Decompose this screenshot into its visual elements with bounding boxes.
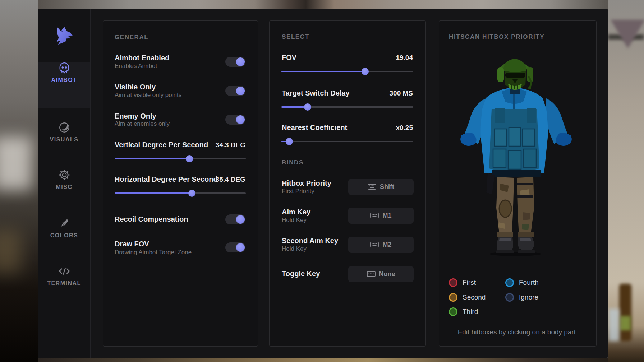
toggle-visible-only[interactable] (225, 86, 245, 96)
setting-value: 34.3 DEG (216, 141, 245, 149)
legend-item-fourth: Fourth (505, 278, 539, 287)
bind-label: Aim Key (282, 208, 310, 216)
legend-item-second: Second (449, 293, 486, 302)
background-right (608, 0, 644, 362)
slider-knob[interactable] (304, 103, 311, 111)
toggle-knob (236, 215, 245, 224)
eyedropper-icon (58, 217, 70, 229)
legend-label: Fourth (519, 279, 539, 287)
setting-value: x0.25 (396, 124, 413, 132)
slider-horizontal-dps[interactable] (115, 190, 246, 197)
select-panel: SELECT FOV 19.04 Target Switch Delay 300… (269, 20, 426, 347)
sidebar-item-aimbot[interactable]: AIMBOT (38, 62, 90, 108)
setting-label: Target Switch Delay (282, 89, 350, 97)
priority-dot-ignore (505, 293, 514, 302)
bind-button-toggle-key[interactable]: None (348, 266, 414, 282)
setting-label: Horizontal Degree Per Second (115, 175, 218, 184)
toggle-knob (236, 115, 245, 124)
slider-fill (281, 106, 308, 108)
hitbox-panel: HITSCAN HITBOX PRIORITY (439, 20, 597, 347)
slider-fill (115, 192, 192, 194)
sidebar-item-label: VISUALS (38, 136, 90, 143)
panel-title: HITSCAN HITBOX PRIORITY (449, 33, 544, 41)
setting-label: Recoil Compensation (115, 215, 188, 223)
visuals-icon (58, 121, 70, 134)
bind-label: Hitbox Priority (282, 179, 331, 187)
toggle-aimbot-enabled[interactable] (225, 57, 245, 67)
setting-label: FOV (282, 54, 296, 62)
setting-label: Enemy Only (115, 112, 156, 120)
sidebar: AIMBOT VISUALS (38, 9, 91, 358)
priority-dot-second (449, 293, 457, 302)
setting-label: Nearest Coefficient (282, 124, 347, 132)
model-torso[interactable] (481, 87, 548, 177)
wolf-logo-icon (53, 25, 75, 46)
setting-value: 19.04 (396, 54, 413, 62)
slider-knob[interactable] (186, 155, 193, 162)
bind-button-aim-key[interactable]: M1 (348, 208, 414, 224)
bind-desc: Hold Key (282, 245, 307, 252)
binds-title: BINDS (282, 159, 304, 166)
slider-knob[interactable] (188, 190, 196, 197)
toggle-draw-fov[interactable] (225, 242, 245, 252)
priority-dot-first (449, 278, 457, 287)
sidebar-item-visuals[interactable]: VISUALS (38, 121, 90, 143)
sidebar-item-label: TERMINAL (38, 280, 90, 287)
setting-desc: Enables Aimbot (115, 62, 157, 70)
slider-fill (281, 71, 365, 72)
setting-label: Visible Only (115, 83, 156, 91)
keyboard-icon (370, 212, 379, 219)
toggle-enemy-only[interactable] (225, 115, 245, 125)
sidebar-item-label: COLORS (38, 232, 90, 239)
slider-knob[interactable] (362, 68, 369, 75)
app-logo (38, 9, 90, 62)
bind-desc: First Priority (282, 188, 314, 195)
menu-overlay: AIMBOT VISUALS (38, 9, 608, 358)
sidebar-item-misc[interactable]: MISC (38, 169, 90, 190)
code-icon (58, 265, 70, 277)
slider-vertical-dps[interactable] (115, 155, 246, 162)
slider-nearest-coefficient[interactable] (281, 138, 413, 145)
model-head[interactable] (497, 59, 533, 94)
sidebar-item-label: AIMBOT (38, 77, 90, 83)
legend-item-ignore: Ignore (505, 293, 538, 302)
gear-icon (58, 169, 70, 181)
keyboard-icon (370, 241, 379, 248)
toggle-knob (236, 57, 245, 66)
bind-button-hitbox-priority[interactable]: Shift (348, 179, 414, 195)
sidebar-item-colors[interactable]: COLORS (38, 217, 90, 239)
setting-label: Vertical Degree Per Second (115, 141, 208, 149)
priority-dot-third (449, 307, 457, 316)
priority-dot-fourth (505, 278, 514, 287)
slider-fov[interactable] (281, 68, 413, 75)
character-model (459, 54, 574, 256)
legend-item-first: First (449, 278, 476, 287)
hitbox-instructions: Edit hitboxes by clicking on a body part… (439, 328, 596, 336)
skull-icon (58, 62, 70, 74)
general-panel: GENERAL Aimbot Enabled Enables Aimbot Vi… (103, 20, 258, 347)
bind-key: M1 (382, 212, 391, 219)
panel-title: SELECT (282, 33, 309, 41)
slider-track (281, 141, 413, 142)
model-legs[interactable] (486, 173, 535, 253)
toggle-recoil-compensation[interactable] (225, 214, 245, 224)
bind-button-second-aim-key[interactable]: M2 (348, 237, 414, 253)
bind-key: Shift (380, 183, 394, 191)
keyboard-icon (367, 271, 376, 278)
bind-key: M2 (382, 241, 391, 249)
legend-label: Second (463, 293, 486, 301)
slider-target-switch-delay[interactable] (281, 103, 413, 111)
legend-label: Third (463, 308, 478, 316)
slider-fill (115, 158, 189, 159)
sidebar-item-terminal[interactable]: TERMINAL (38, 265, 90, 287)
bind-label: Toggle Key (282, 270, 320, 278)
setting-value: 35.4 DEG (216, 176, 245, 184)
background-bottom (38, 358, 608, 362)
setting-label: Aimbot Enabled (115, 54, 169, 62)
bind-label: Second Aim Key (282, 237, 338, 245)
setting-label: Draw FOV (115, 240, 149, 248)
legend-label: Ignore (519, 293, 538, 301)
legend-label: First (463, 279, 476, 287)
slider-knob[interactable] (286, 138, 293, 145)
sidebar-item-label: MISC (38, 184, 90, 190)
